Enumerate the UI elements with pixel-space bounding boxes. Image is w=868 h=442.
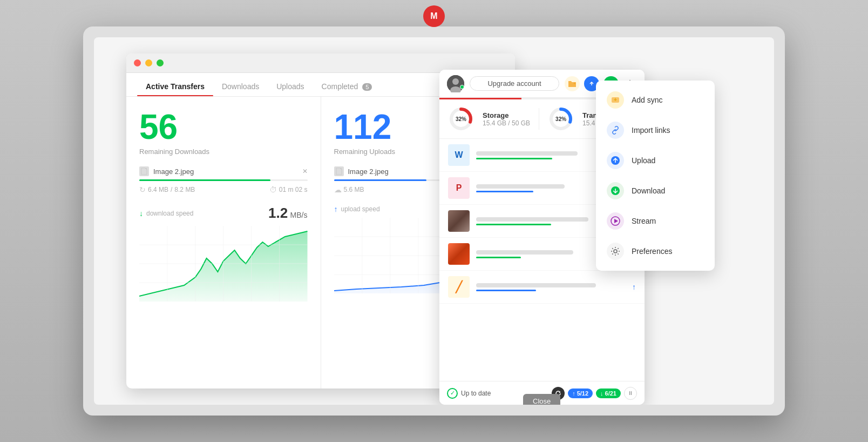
stream-menu-icon (607, 212, 624, 230)
download-speed-unit: MB/s (290, 211, 308, 219)
import-links-icon (607, 122, 624, 139)
filename-placeholder (476, 217, 588, 222)
file-thumb-word: W (448, 144, 470, 166)
transfer-item-meta: ↑ (632, 283, 636, 291)
transfer-pct: 32% (555, 116, 566, 122)
download-file-name: Image 2.jpeg (153, 168, 298, 176)
import-links-label: Import links (632, 126, 670, 135)
dropdown-item-download[interactable]: Download (596, 176, 715, 206)
upload-arrow-badge: ↑ (572, 390, 575, 397)
download-speed-value: 1.2 (268, 205, 288, 221)
transfer-item-info (476, 184, 603, 192)
upgrade-account-button[interactable]: Upgrade account (470, 76, 559, 91)
close-button[interactable] (134, 59, 141, 66)
upload-speed-label: upload speed (341, 205, 380, 213)
upload-arrow: ↑ (632, 283, 636, 291)
upload-label: Upload (632, 156, 655, 165)
list-item: ╱ ↑ (439, 271, 645, 304)
mega-avatar (447, 75, 464, 92)
stream-label: Stream (632, 217, 656, 225)
laptop-screen: Active Transfers Downloads Uploads Compl… (94, 37, 774, 405)
dropdown-item-import-links[interactable]: Import links (596, 115, 715, 145)
download-speed-label: download speed (146, 210, 193, 217)
download-chart (139, 226, 308, 302)
download-panel: 56 Remaining Downloads Image 2.jpeg ✕ (126, 97, 321, 389)
laptop: Active Transfers Downloads Uploads Compl… (83, 26, 785, 416)
tab-active-transfers[interactable]: Active Transfers (137, 82, 213, 96)
footer-pause-button[interactable]: ⏸ (624, 387, 637, 400)
upload-count: 5/12 (577, 390, 588, 397)
online-indicator (460, 85, 464, 89)
svg-point-19 (452, 78, 459, 85)
download-label: Download (632, 186, 665, 195)
storage-label: Storage (483, 111, 530, 119)
svg-marker-33 (614, 219, 618, 223)
preferences-label: Preferences (632, 247, 672, 256)
download-count: 6/21 (605, 390, 616, 397)
close-widget-area: Close (523, 394, 560, 405)
download-count-badge: ↓ 6/21 (596, 389, 621, 398)
transfer-progress-bar (476, 257, 521, 258)
storage-donut: 32% (448, 106, 474, 132)
upload-progress-fill (334, 179, 426, 181)
upload-count-badge: ↑ 5/12 (568, 389, 593, 398)
file-icon (139, 166, 149, 176)
up-to-date-label: Up to date (461, 390, 491, 397)
add-sync-icon: + (607, 91, 624, 109)
download-time-remaining: 01 m 02 s (279, 186, 308, 193)
download-menu-icon (607, 182, 624, 199)
add-folder-icon[interactable]: + (565, 76, 580, 91)
dropdown-menu: + Add sync Import links Upload (596, 81, 715, 271)
top-avatar: M (423, 5, 445, 27)
svg-point-34 (614, 250, 617, 253)
transfer-counts: ↑ 5/12 ↓ 6/21 ⏸ (552, 387, 637, 400)
preferences-menu-icon (607, 243, 624, 260)
dropdown-item-upload[interactable]: Upload (596, 145, 715, 176)
upload-menu-icon (607, 152, 624, 169)
add-sync-label: Add sync (632, 96, 663, 104)
download-meta: ↻ 6.4 MB / 8.2 MB ⏱ 01 m 02 s (139, 185, 308, 194)
file-thumb-excel: ╱ (448, 276, 470, 298)
download-progress-bar (139, 179, 308, 181)
transfer-item-info (476, 151, 603, 159)
download-transfer-item: Image 2.jpeg ✕ (139, 166, 308, 176)
dropdown-item-preferences[interactable]: Preferences (596, 236, 715, 266)
download-arrow-icon: ↓ (139, 209, 143, 218)
transfer-item-info (476, 283, 626, 291)
filename-placeholder (476, 151, 578, 156)
maximize-button[interactable] (157, 59, 164, 66)
file-thumb-photo2 (448, 243, 470, 265)
download-size-current: 6.4 MB (148, 186, 168, 193)
completed-badge: 5 (362, 83, 372, 91)
tab-completed[interactable]: Completed 5 (313, 82, 381, 96)
transfer-donut: 32% (548, 106, 574, 132)
transfer-progress-bar (476, 158, 552, 159)
upload-file-size: 5.6 MB (344, 186, 364, 193)
storage-usage: 15.4 GB / 50 GB (483, 119, 530, 127)
filename-placeholder (476, 184, 565, 189)
minimize-button[interactable] (145, 59, 152, 66)
download-close-btn[interactable]: ✕ (302, 168, 308, 175)
remaining-downloads-label: Remaining Downloads (139, 148, 308, 156)
laptop-wrapper: M Active Transfers Downloads (0, 0, 868, 442)
transfer-progress-bar (476, 191, 533, 192)
transfer-progress-bar (476, 224, 551, 225)
dropdown-item-add-sync[interactable]: + Add sync (596, 85, 715, 115)
remaining-downloads-count: 56 (139, 110, 308, 144)
filename-placeholder (476, 283, 596, 287)
check-circle-icon: ✓ (447, 388, 458, 399)
storage-divider (539, 108, 539, 130)
file-thumb-photo1 (448, 210, 470, 232)
filename-placeholder (476, 250, 573, 255)
dropdown-item-stream[interactable]: Stream (596, 206, 715, 236)
tab-uploads[interactable]: Uploads (268, 82, 313, 96)
tab-downloads[interactable]: Downloads (213, 82, 268, 96)
download-size-total: 8.2 MB (174, 186, 195, 193)
close-button[interactable]: Close (523, 394, 560, 405)
file-thumb-ppt: P (448, 177, 470, 199)
download-speed-info: ↓ download speed 1.2 MB/s (139, 205, 308, 222)
download-progress-fill (139, 179, 270, 181)
upload-file-icon (334, 166, 344, 176)
storage-pct: 32% (456, 116, 466, 122)
transfer-progress-bar (476, 290, 536, 291)
